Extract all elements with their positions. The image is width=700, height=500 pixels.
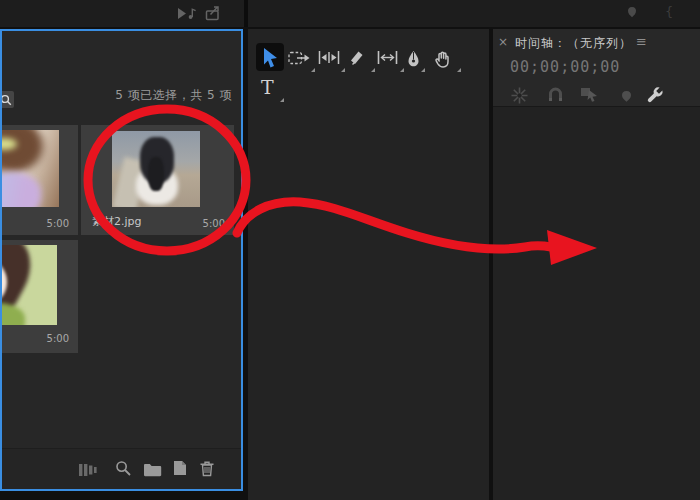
- timeline-settings-wrench-icon[interactable]: [647, 86, 664, 107]
- timecode-display[interactable]: 00;00;00;00: [510, 58, 620, 76]
- slip-tool[interactable]: [377, 50, 401, 68]
- partial-button-icon: {: [665, 4, 673, 19]
- thumbnail-image: [112, 131, 200, 207]
- type-tool[interactable]: T: [261, 76, 281, 98]
- clip-duration: 5:00: [47, 333, 69, 344]
- track-select-forward-tool[interactable]: [288, 50, 312, 68]
- thumbnail-image: [0, 130, 59, 207]
- timeline-header: × 时间轴：（无序列） ≡ 00;00;00;00: [493, 29, 700, 107]
- delete-trash-icon[interactable]: [199, 460, 215, 481]
- icon-view-icon[interactable]: [78, 462, 102, 481]
- nest-sequence-icon[interactable]: [510, 86, 529, 109]
- new-item-icon[interactable]: [172, 460, 188, 480]
- timeline-panel: × 时间轴：（无序列） ≡ 00;00;00;00: [493, 29, 700, 500]
- hand-tool[interactable]: [434, 50, 458, 68]
- razor-tool[interactable]: [348, 50, 372, 68]
- clip-name: 素材2.jpg: [92, 214, 142, 229]
- play-around-icon[interactable]: [177, 6, 199, 25]
- panel-menu-icon[interactable]: ≡: [636, 34, 647, 49]
- media-tile-selected[interactable]: 素材2.jpg 5:00: [81, 125, 234, 235]
- marker-icon[interactable]: [627, 3, 637, 22]
- add-marker-icon[interactable]: [621, 88, 632, 107]
- premiere-workspace: { 5 项已选择，共 5 项 5:00 素材2.jpg: [0, 0, 700, 500]
- pen-tool[interactable]: [406, 50, 422, 68]
- search-icon[interactable]: [0, 91, 14, 108]
- clip-duration: 5:00: [47, 218, 69, 229]
- clip-duration: 5:00: [203, 218, 225, 229]
- media-tile[interactable]: 5:00: [0, 240, 78, 353]
- selection-status-text: 5 项已选择，共 5 项: [115, 87, 232, 104]
- tools-panel: T: [248, 29, 489, 500]
- ripple-edit-tool[interactable]: [318, 50, 342, 68]
- panel-divider: [244, 0, 248, 27]
- timeline-tab-title[interactable]: 时间轴：（无序列）: [515, 35, 632, 52]
- linked-selection-icon[interactable]: [580, 86, 599, 106]
- media-tile[interactable]: 5:00: [0, 125, 78, 235]
- project-panel: 5 项已选择，共 5 项 5:00 素材2.jpg 5:00: [0, 29, 243, 491]
- new-bin-folder-icon[interactable]: [143, 462, 162, 481]
- snap-magnet-icon[interactable]: [547, 87, 564, 106]
- find-icon[interactable]: [115, 460, 132, 481]
- project-panel-toolbar: [2, 448, 241, 489]
- type-tool-label: T: [261, 76, 274, 98]
- thumbnail-image: [0, 245, 57, 325]
- export-frame-icon[interactable]: [205, 5, 222, 26]
- close-panel-icon[interactable]: ×: [498, 36, 508, 48]
- monitor-bottom-bar: {: [0, 0, 700, 27]
- selection-tool[interactable]: [256, 43, 284, 71]
